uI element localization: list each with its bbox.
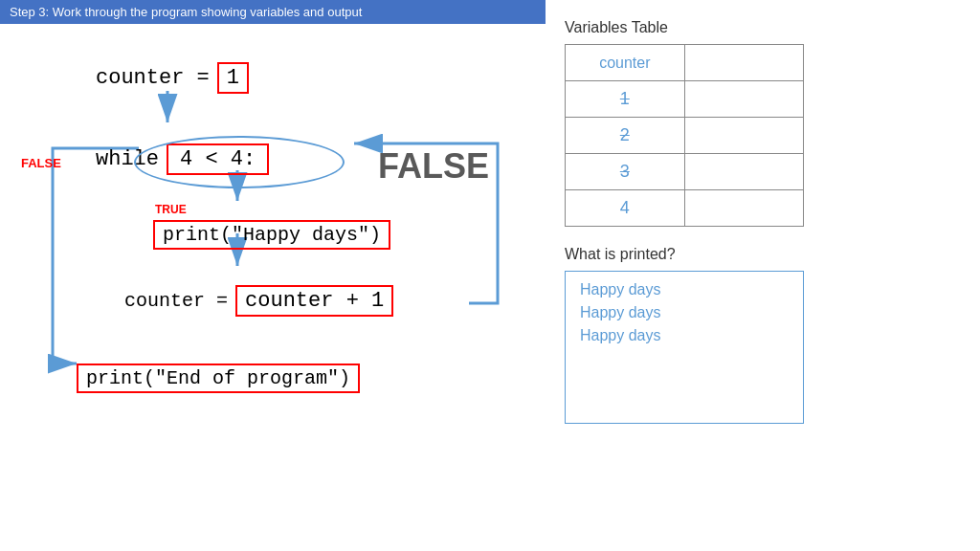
counter-init-line: counter = 1 bbox=[96, 62, 249, 94]
counter-update-right: counter + 1 bbox=[235, 285, 393, 317]
table-header-empty bbox=[684, 45, 803, 81]
print-end-line: print("End of program") bbox=[77, 364, 360, 393]
true-side-label: TRUE bbox=[155, 203, 187, 216]
counter-init-text: counter = bbox=[96, 66, 210, 90]
false-side-label: FALSE bbox=[21, 156, 61, 170]
print-happy-text: print("Happy days") bbox=[153, 220, 390, 250]
print-happy-line: print("Happy days") bbox=[153, 220, 390, 250]
table-cell-4b bbox=[684, 190, 803, 227]
var-value-3: 3 bbox=[620, 162, 630, 181]
table-header-row: counter bbox=[566, 45, 804, 81]
variables-title: Variables Table bbox=[565, 19, 967, 36]
table-cell-2b bbox=[684, 118, 803, 154]
what-printed-title: What is printed? bbox=[565, 246, 967, 263]
table-row: 1 bbox=[566, 81, 804, 118]
table-cell-2: 2 bbox=[566, 118, 685, 154]
false-label: FALSE bbox=[378, 146, 489, 187]
counter-update-left: counter = bbox=[124, 290, 228, 312]
header-text: Step 3: Work through the program showing… bbox=[10, 5, 362, 19]
printed-line-3: Happy days bbox=[580, 327, 789, 344]
table-cell-3b bbox=[684, 154, 803, 190]
table-header-counter: counter bbox=[566, 45, 685, 81]
table-cell-1b bbox=[684, 81, 803, 118]
counter-init-value: 1 bbox=[217, 62, 249, 94]
printed-output-box: Happy days Happy days Happy days bbox=[565, 271, 804, 424]
table-row: 4 bbox=[566, 190, 804, 227]
table-cell-4: 4 bbox=[566, 190, 685, 227]
printed-line-2: Happy days bbox=[580, 304, 789, 321]
table-row: 2 bbox=[566, 118, 804, 154]
counter-update-line: counter = counter + 1 bbox=[124, 285, 393, 317]
var-value-1: 1 bbox=[620, 89, 630, 108]
printed-line-1: Happy days bbox=[580, 281, 789, 298]
code-area: counter = 1 while 4 < 4: FALSE FALSE TRU… bbox=[0, 19, 546, 551]
right-panel: Variables Table counter 1 2 3 4 bbox=[565, 19, 967, 424]
table-cell-3: 3 bbox=[566, 154, 685, 190]
var-value-2: 2 bbox=[620, 125, 630, 144]
variables-table: counter 1 2 3 4 bbox=[565, 44, 804, 227]
table-cell-1: 1 bbox=[566, 81, 685, 118]
var-value-4: 4 bbox=[620, 198, 630, 217]
table-row: 3 bbox=[566, 154, 804, 190]
print-end-text: print("End of program") bbox=[77, 364, 360, 393]
while-ellipse bbox=[134, 136, 345, 188]
